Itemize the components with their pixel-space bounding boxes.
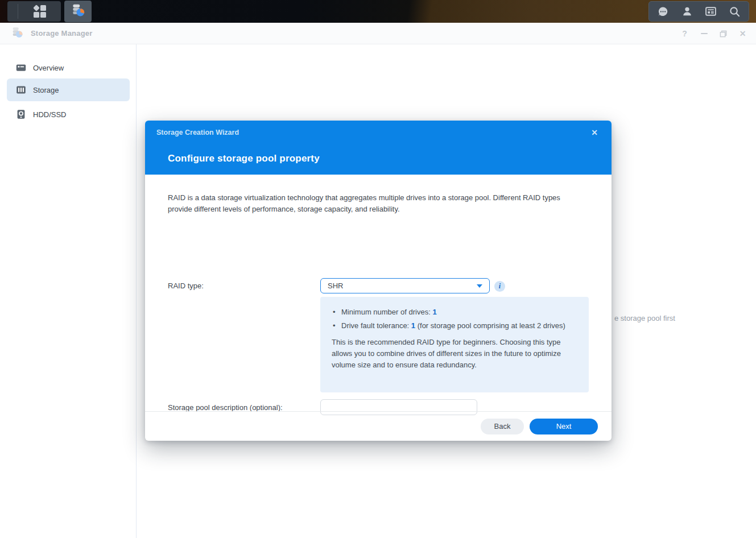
main-menu-icon [34, 5, 46, 18]
window-controls: ? ✕ [680, 23, 747, 44]
main-menu-button[interactable] [18, 1, 61, 22]
fault-tolerance-value: 1 [411, 321, 415, 330]
help-button[interactable]: ? [680, 29, 689, 38]
dialog-title: Storage Creation Wizard [156, 129, 239, 136]
restore-icon [720, 30, 727, 38]
raid-type-selected-value: SHR [328, 282, 477, 290]
min-drives-value: 1 [432, 308, 436, 316]
hdd-ssd-icon [16, 109, 26, 119]
sidebar: Overview Storage HDD/SSD [0, 44, 137, 538]
raid-info-bullet: Minimum number of drives: 1 [332, 305, 577, 319]
sidebar-item-storage[interactable]: Storage [7, 78, 130, 101]
taskbar-storage-manager-button[interactable] [64, 1, 92, 22]
raid-intro-text: RAID is a data storage virtualization te… [168, 192, 584, 215]
raid-type-label: RAID type: [168, 278, 204, 293]
widgets-panel-icon[interactable] [705, 6, 717, 18]
raid-type-dropdown[interactable]: SHR [320, 278, 490, 293]
sidebar-item-label: HDD/SSD [33, 110, 67, 119]
search-icon[interactable] [729, 6, 741, 18]
dialog-step-heading: Configure storage pool property [168, 153, 320, 164]
raid-info-panel: Minimum number of drives: 1 Drive fault … [320, 297, 589, 392]
storage-manager-window-titlebar: Storage Manager ? ✕ [0, 23, 756, 44]
desktop-taskbar [0, 0, 756, 23]
user-account-icon[interactable] [681, 6, 693, 18]
sidebar-item-hdd-ssd[interactable]: HDD/SSD [7, 104, 130, 125]
dialog-header: Storage Creation Wizard ✕ Configure stor… [145, 121, 612, 175]
storage-creation-wizard-dialog: Storage Creation Wizard ✕ Configure stor… [145, 121, 612, 441]
sidebar-item-overview[interactable]: Overview [7, 57, 130, 78]
raid-info-icon[interactable]: i [494, 281, 505, 292]
next-button[interactable]: Next [530, 419, 598, 434]
window-close-button[interactable]: ✕ [738, 29, 747, 38]
minimize-icon [701, 33, 708, 34]
raid-info-bullet-list: Minimum number of drives: 1 Drive fault … [332, 305, 577, 333]
taskbar-tray [648, 1, 749, 22]
raid-info-bullet: Drive fault tolerance: 1 (for storage po… [332, 319, 577, 333]
window-title: Storage Manager [31, 29, 92, 38]
taskbar-left-panel [7, 1, 61, 22]
sidebar-item-label: Overview [33, 64, 64, 72]
storage-icon [16, 85, 26, 95]
storage-manager-window-icon [11, 26, 23, 41]
raid-recommendation-note: This is the recommended RAID type for be… [332, 337, 577, 371]
minimize-button[interactable] [700, 29, 708, 38]
chevron-down-icon [477, 284, 482, 288]
overview-icon [16, 63, 26, 73]
sidebar-item-label: Storage [33, 86, 59, 94]
storage-manager-app-icon [71, 3, 85, 20]
maximize-button[interactable] [719, 29, 728, 38]
desktop-screen: Storage Manager ? ✕ Overview [0, 0, 756, 538]
dialog-close-button[interactable]: ✕ [589, 127, 600, 138]
background-message-fragment: e storage pool first [614, 314, 675, 322]
back-button[interactable]: Back [481, 419, 524, 434]
notifications-chat-icon[interactable] [657, 6, 669, 18]
dialog-footer: Back Next [145, 411, 612, 441]
